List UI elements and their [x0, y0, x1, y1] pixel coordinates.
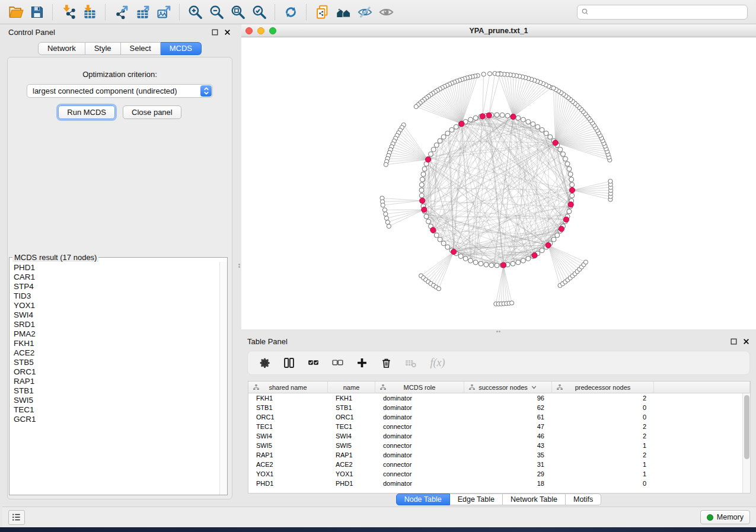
float-panel-icon[interactable]	[211, 28, 219, 36]
mcds-hub-node[interactable]	[501, 262, 506, 268]
table-row[interactable]: SWI5SWI5connector431	[248, 441, 750, 450]
zoom-fit-button[interactable]	[227, 2, 248, 22]
ring-node[interactable]	[526, 120, 531, 124]
ring-node[interactable]	[484, 262, 489, 267]
ring-node[interactable]	[479, 261, 483, 266]
refresh-layout-button[interactable]	[280, 2, 301, 22]
ring-node[interactable]	[434, 233, 439, 238]
hide-visual-button[interactable]	[354, 2, 375, 22]
ring-node[interactable]	[563, 156, 568, 161]
fan-node[interactable]	[481, 72, 486, 76]
table-row[interactable]: SWI4SWI4dominator462	[248, 431, 750, 441]
ring-node[interactable]	[540, 127, 544, 132]
fan-node[interactable]	[387, 224, 391, 228]
tab-mcds[interactable]: MCDS	[161, 42, 202, 55]
vertical-splitter[interactable]	[237, 24, 241, 507]
ring-node[interactable]	[511, 261, 515, 266]
fan-node[interactable]	[510, 301, 514, 305]
ring-node[interactable]	[521, 117, 525, 122]
duplicate-network-button[interactable]	[311, 2, 333, 22]
save-session-button[interactable]	[26, 2, 47, 22]
mcds-node-item[interactable]: TID3	[10, 291, 219, 301]
horizontal-splitter[interactable]	[241, 329, 756, 334]
mcds-list-scrollbar[interactable]	[219, 262, 227, 495]
mcds-node-item[interactable]: GCR1	[10, 415, 219, 424]
ring-node[interactable]	[463, 257, 468, 261]
ring-node[interactable]	[441, 134, 446, 139]
fan-node[interactable]	[384, 216, 388, 220]
column-header-name[interactable]: name	[328, 382, 375, 393]
ring-node[interactable]	[558, 147, 563, 152]
mcds-hub-node[interactable]	[532, 252, 537, 258]
tab-network-table[interactable]: Network Table	[503, 493, 566, 505]
ring-node[interactable]	[424, 214, 429, 219]
export-table-button[interactable]	[132, 2, 153, 22]
ring-node[interactable]	[535, 124, 540, 129]
add-column-button[interactable]	[355, 356, 369, 370]
export-network-button[interactable]	[110, 2, 132, 22]
ring-node[interactable]	[441, 241, 446, 246]
mcds-hub-node[interactable]	[563, 217, 569, 222]
ring-node[interactable]	[516, 260, 521, 265]
mcds-node-item[interactable]: PMA2	[10, 329, 219, 339]
ring-node[interactable]	[422, 166, 427, 171]
ring-node[interactable]	[468, 258, 473, 263]
ring-node[interactable]	[449, 127, 454, 132]
mcds-hub-node[interactable]	[486, 113, 492, 118]
mcds-hub-node[interactable]	[553, 140, 558, 146]
tab-motifs[interactable]: Motifs	[566, 493, 601, 505]
ring-node[interactable]	[429, 152, 433, 156]
fan-node[interactable]	[551, 86, 556, 90]
ring-node[interactable]	[419, 188, 424, 193]
mcds-node-item[interactable]: PHD1	[10, 263, 219, 273]
tab-network[interactable]: Network	[38, 42, 85, 55]
table-row[interactable]: YOX1YOX1connector291	[248, 469, 750, 479]
ring-node[interactable]	[420, 177, 425, 182]
mcds-node-item[interactable]: STB5	[10, 358, 219, 367]
column-header-successor-nodes[interactable]: successor nodes	[464, 382, 552, 393]
houses-button[interactable]	[333, 2, 354, 22]
ring-node[interactable]	[561, 152, 566, 156]
select-all-checks-button[interactable]	[306, 356, 320, 370]
tab-select[interactable]: Select	[121, 42, 161, 55]
fan-node[interactable]	[414, 104, 418, 108]
fan-node[interactable]	[382, 208, 387, 212]
ring-node[interactable]	[454, 124, 458, 129]
ring-node[interactable]	[421, 172, 426, 177]
mcds-hub-node[interactable]	[546, 242, 551, 248]
ring-node[interactable]	[426, 219, 431, 224]
fan-node[interactable]	[496, 72, 500, 76]
ring-node[interactable]	[445, 245, 450, 249]
mcds-node-item[interactable]: STB1	[10, 386, 219, 396]
show-eye-button[interactable]	[375, 2, 397, 22]
ring-node[interactable]	[548, 134, 553, 139]
ring-node[interactable]	[468, 117, 473, 122]
table-scrollbar-thumb[interactable]	[744, 395, 749, 459]
table-row[interactable]: STB1STB1dominator620	[248, 403, 750, 412]
clear-checks-button[interactable]	[330, 356, 344, 370]
mcds-node-item[interactable]: STP4	[10, 282, 219, 291]
float-panel-icon[interactable]	[730, 338, 738, 345]
import-network-button[interactable]	[58, 2, 79, 22]
zoom-selected-button[interactable]	[248, 2, 270, 22]
mcds-hub-node[interactable]	[430, 227, 436, 233]
ring-node[interactable]	[526, 257, 531, 261]
ring-node[interactable]	[419, 193, 424, 198]
tab-edge-table[interactable]: Edge Table	[450, 493, 503, 505]
zoom-window-button[interactable]	[269, 27, 276, 34]
split-columns-button[interactable]	[282, 356, 296, 370]
table-row[interactable]: PHD1PHD1dominator180	[248, 479, 750, 488]
close-panel-button[interactable]: Close panel	[123, 105, 181, 119]
mcds-node-item[interactable]: FKH1	[10, 339, 219, 348]
zoom-in-button[interactable]	[184, 2, 206, 22]
mcds-node-item[interactable]: RAP1	[10, 377, 219, 386]
ring-node[interactable]	[419, 182, 424, 187]
search-box[interactable]	[577, 5, 748, 20]
export-image-button[interactable]	[153, 2, 174, 22]
mcds-node-item[interactable]: CAR1	[10, 273, 219, 282]
ring-node[interactable]	[570, 182, 575, 187]
close-panel-icon[interactable]	[224, 28, 231, 36]
ring-node[interactable]	[569, 177, 574, 182]
ring-node[interactable]	[516, 116, 521, 120]
close-panel-icon[interactable]	[742, 338, 750, 345]
